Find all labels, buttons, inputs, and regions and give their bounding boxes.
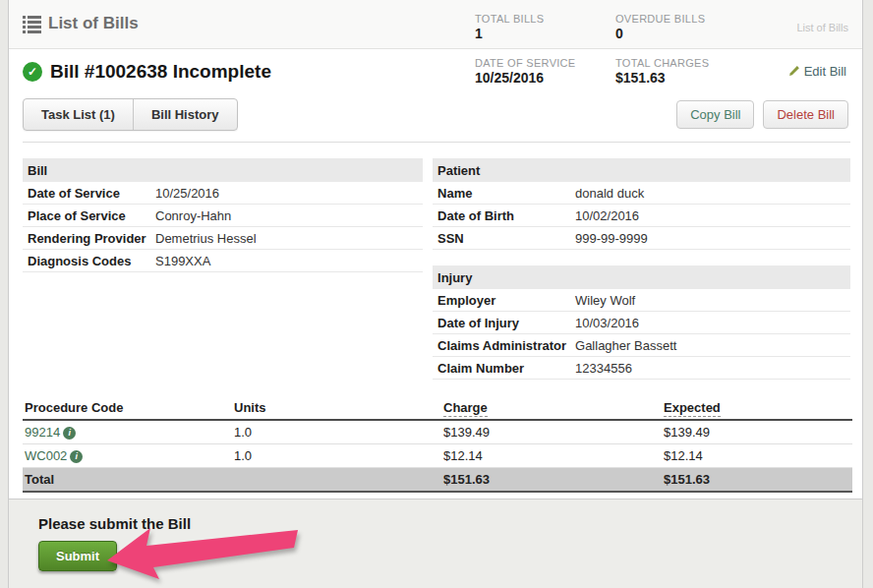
page-title: List of Bills [23, 14, 139, 33]
stat-label: OVERDUE BILLS [615, 13, 705, 26]
field-label: Diagnosis Codes [28, 254, 155, 268]
field-value: S199XXA [155, 254, 210, 268]
stat-value: 1 [475, 26, 544, 41]
col-header-charge: Charge [441, 397, 662, 420]
field-value: Gallagher Bassett [575, 338, 676, 353]
section-header-patient: Patient [433, 158, 850, 182]
field-value: 12334556 [575, 361, 632, 376]
top-bar: List of Bills TOTAL BILLS 1 OVERDUE BILL… [9, 0, 862, 49]
field-label: Date of Service [28, 186, 155, 201]
section-header-injury: Injury [433, 265, 850, 289]
field-label: Rendering Provider [28, 231, 155, 246]
stat-total-charges: TOTAL CHARGES $151.63 [615, 57, 709, 86]
delete-bill-button[interactable]: Delete Bill [763, 100, 848, 129]
stat-value: $151.63 [615, 70, 709, 86]
expected-cell: $139.49 [662, 420, 852, 444]
charge-cell: $139.49 [441, 420, 662, 444]
expected-cell: $12.14 [662, 444, 852, 468]
submit-footer: Please submit the Bill Submit [9, 499, 862, 588]
stat-date-of-service: DATE OF SERVICE 10/25/2016 [475, 57, 576, 86]
field-row: Date of Injury 10/03/2016 [433, 312, 850, 334]
field-label: Name [437, 186, 575, 201]
section-header-bill: Bill [23, 158, 423, 182]
stat-label: TOTAL CHARGES [615, 57, 709, 70]
field-row: Claims Administrator Gallagher Bassett [433, 334, 850, 357]
stat-label: TOTAL BILLS [475, 13, 544, 26]
field-label: Claims Administrator [437, 338, 575, 353]
field-row: Diagnosis Codes S199XXA [23, 250, 423, 272]
procedure-code-link[interactable]: WC002 [25, 448, 67, 463]
field-row: Rendering Provider Demetrius Hessel [23, 227, 423, 250]
field-row: Date of Service 10/25/2016 [23, 182, 423, 205]
detail-columns: Bill Date of Service 10/25/2016 Place of… [23, 158, 850, 380]
tab-bill-history[interactable]: Bill History [133, 99, 237, 130]
field-row: SSN 999-99-9999 [433, 227, 850, 250]
tab-row: Task List (1) Bill History Copy Bill Del… [9, 98, 862, 132]
table-row: WC002i 1.0 $12.14 $12.14 [23, 444, 852, 468]
tab-task-list[interactable]: Task List (1) [24, 99, 133, 130]
stat-overdue-bills: OVERDUE BILLS 0 [615, 13, 705, 41]
patient-section: Patient Name donald duck Date of Birth 1… [433, 158, 850, 250]
procedure-code-link[interactable]: 99214 [25, 425, 60, 440]
field-value: 10/02/2016 [575, 208, 639, 223]
field-value: 999-99-9999 [575, 231, 648, 246]
units-cell: 1.0 [232, 444, 441, 468]
total-expected: $151.63 [662, 468, 852, 493]
field-row: Name donald duck [433, 182, 850, 205]
info-icon[interactable]: i [63, 427, 76, 440]
bill-title: Bill #1002638 Incomplete [50, 61, 271, 83]
field-value: 10/25/2016 [155, 186, 219, 201]
tab-group: Task List (1) Bill History [23, 98, 238, 131]
field-label: Employer [437, 293, 575, 308]
divider [23, 142, 850, 143]
list-icon [23, 16, 41, 32]
page-title-text: List of Bills [48, 14, 139, 33]
field-label: Place of Service [28, 208, 155, 223]
field-value: Conroy-Hahn [155, 208, 231, 223]
edit-bill-link[interactable]: Edit Bill [787, 64, 846, 79]
field-row: Employer Wiley Wolf [433, 289, 850, 312]
submit-message: Please submit the Bill [38, 515, 862, 532]
field-label: Claim Number [437, 361, 575, 376]
col-header-procedure-code: Procedure Code [23, 397, 232, 420]
stat-value: 0 [615, 26, 705, 41]
bill-header: ✓ Bill #1002638 Incomplete DATE OF SERVI… [9, 49, 862, 94]
table-row: 99214i 1.0 $139.49 $139.49 [23, 420, 852, 444]
field-row: Claim Number 12334556 [433, 357, 850, 380]
breadcrumb: List of Bills [796, 22, 848, 33]
table-header-row: Procedure Code Units Charge Expected [23, 397, 852, 420]
field-value: 10/03/2016 [575, 316, 639, 330]
stat-total-bills: TOTAL BILLS 1 [475, 13, 544, 41]
table-total-row: Total $151.63 $151.63 [23, 468, 852, 493]
charge-cell: $12.14 [441, 444, 662, 468]
info-icon[interactable]: i [70, 450, 83, 463]
bill-section: Bill Date of Service 10/25/2016 Place of… [23, 158, 423, 380]
units-cell: 1.0 [232, 420, 441, 444]
stat-label: DATE OF SERVICE [475, 57, 576, 70]
submit-button[interactable]: Submit [38, 541, 117, 571]
field-value: donald duck [575, 186, 644, 201]
check-circle-icon: ✓ [23, 62, 42, 82]
field-row: Date of Birth 10/02/2016 [433, 205, 850, 227]
col-header-units: Units [232, 397, 441, 420]
total-charge: $151.63 [441, 468, 662, 493]
field-row: Place of Service Conroy-Hahn [23, 205, 423, 227]
copy-bill-button[interactable]: Copy Bill [676, 100, 754, 129]
injury-section: Injury Employer Wiley Wolf Date of Injur… [433, 265, 850, 380]
bill-detail-panel: List of Bills TOTAL BILLS 1 OVERDUE BILL… [8, 0, 863, 588]
field-value: Demetrius Hessel [155, 231, 257, 246]
stat-value: 10/25/2016 [475, 70, 576, 86]
total-label: Total [23, 468, 232, 493]
field-label: Date of Injury [437, 316, 575, 330]
field-value: Wiley Wolf [575, 293, 635, 308]
edit-bill-label: Edit Bill [804, 64, 846, 79]
pencil-icon [787, 65, 800, 78]
field-label: SSN [437, 231, 575, 246]
col-header-expected: Expected [662, 397, 852, 420]
field-label: Date of Birth [437, 208, 575, 223]
procedures-table: Procedure Code Units Charge Expected 992… [23, 397, 852, 493]
